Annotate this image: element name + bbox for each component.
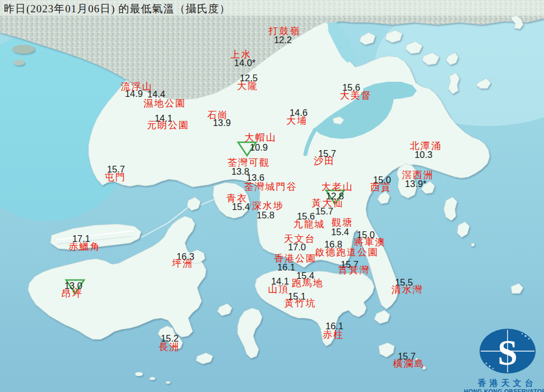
weather-map-page: 12.2打鼓嶺14.0*上水12.5大隴14.9流浮山14.4濕地公園14.1元… xyxy=(0,0,544,392)
island xyxy=(12,45,35,54)
logo-en-text: HONG KONG OBSERVATORY xyxy=(459,388,544,392)
island xyxy=(150,377,155,380)
island xyxy=(444,197,457,221)
page-title: 昨日(2023年01月06日) 的最低氣溫（攝氏度） xyxy=(4,2,230,16)
island xyxy=(13,60,25,66)
island xyxy=(416,358,419,361)
island xyxy=(135,372,143,376)
logo-zh-text: 香港天文台 xyxy=(459,379,544,388)
hko-logo: S 香港天文台 HONG KONG OBSERVATORY xyxy=(459,327,544,392)
island xyxy=(166,381,170,384)
logo-s-swirl: S xyxy=(497,333,518,372)
island xyxy=(471,243,475,246)
hko-logo-icon: S xyxy=(459,327,544,375)
island xyxy=(422,366,426,370)
island xyxy=(448,73,459,94)
